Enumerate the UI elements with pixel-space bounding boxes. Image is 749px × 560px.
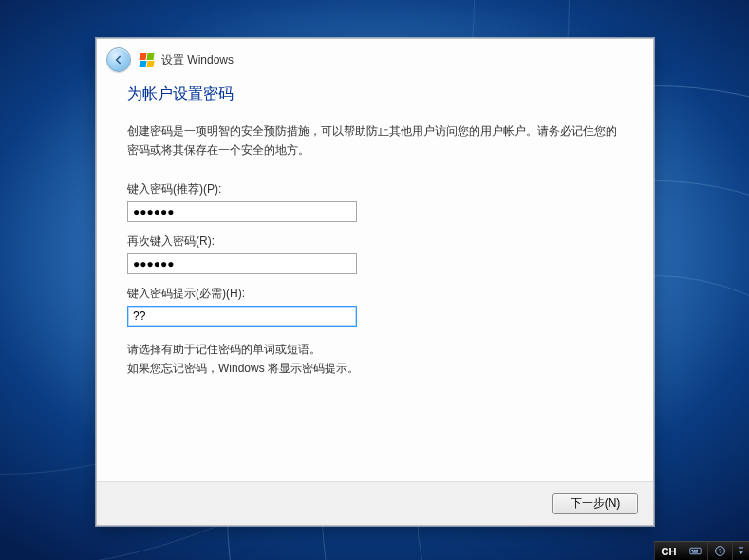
ime-help-button[interactable]: ? (707, 542, 732, 560)
password-hint-input[interactable] (127, 306, 357, 327)
ime-options-button[interactable] (732, 542, 749, 560)
hint-help-line-1: 请选择有助于记住密码的单词或短语。 (127, 340, 623, 359)
dialog-header: 设置 Windows (97, 39, 653, 81)
confirm-password-input[interactable] (127, 253, 357, 274)
hint-help-text: 请选择有助于记住密码的单词或短语。 如果您忘记密码，Windows 将显示密码提… (127, 340, 623, 379)
svg-rect-2 (694, 550, 696, 551)
language-indicator[interactable]: CH (654, 542, 683, 560)
password-input[interactable] (127, 201, 357, 222)
language-bar: CH ? (654, 541, 749, 560)
svg-rect-1 (691, 550, 693, 551)
confirm-password-label: 再次键入密码(R): (127, 233, 623, 250)
svg-rect-4 (692, 551, 698, 552)
hint-help-line-2: 如果您忘记密码，Windows 将显示密码提示。 (127, 359, 623, 378)
dialog-body: 为帐户设置密码 创建密码是一项明智的安全预防措施，可以帮助防止其他用户访问您的用… (97, 81, 653, 481)
dialog-footer: 下一步(N) (97, 481, 653, 525)
hint-label: 键入密码提示(必需)(H): (127, 286, 623, 302)
password-label: 键入密码(推荐)(P): (127, 181, 623, 197)
windows-logo-icon (139, 52, 154, 67)
next-button[interactable]: 下一步(N) (552, 493, 638, 514)
page-description: 创建密码是一项明智的安全预防措施，可以帮助防止其他用户访问您的用户帐户。请务必记… (127, 121, 623, 160)
dialog-title: 设置 Windows (161, 52, 234, 68)
svg-rect-3 (696, 550, 698, 551)
options-chevron-icon (735, 545, 747, 557)
ime-keyboard-button[interactable] (683, 542, 707, 560)
back-button[interactable] (106, 47, 131, 72)
keyboard-icon (689, 545, 702, 557)
back-arrow-icon (112, 53, 125, 66)
setup-dialog: 设置 Windows 为帐户设置密码 创建密码是一项明智的安全预防措施，可以帮助… (96, 38, 654, 526)
svg-rect-7 (739, 547, 743, 548)
help-icon: ? (714, 545, 726, 557)
page-title: 为帐户设置密码 (127, 84, 623, 104)
svg-rect-0 (690, 548, 701, 554)
svg-text:?: ? (719, 548, 722, 554)
